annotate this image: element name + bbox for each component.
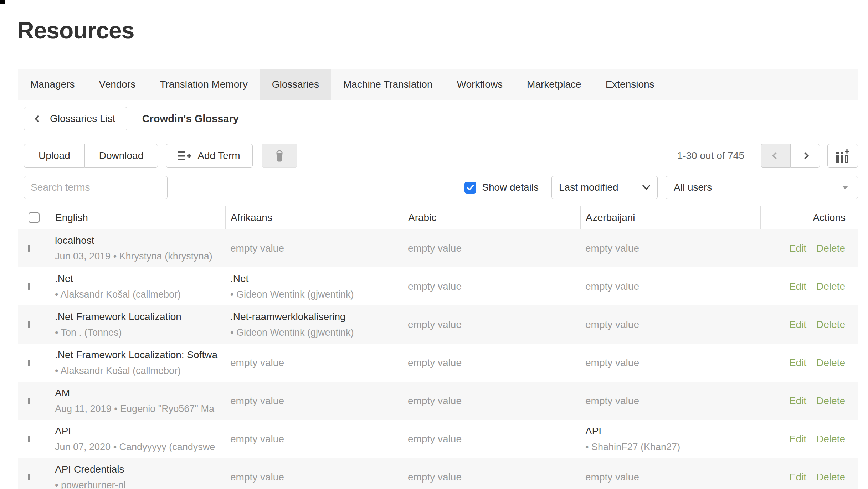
edit-link[interactable]: Edit xyxy=(789,433,806,445)
pagination-controls xyxy=(761,144,820,168)
row-checkbox[interactable] xyxy=(28,360,30,366)
row-select-cell xyxy=(18,474,50,480)
prev-page-button[interactable] xyxy=(761,144,790,168)
actions-cell: EditDelete xyxy=(760,243,858,254)
tab-translation-memory[interactable]: Translation Memory xyxy=(148,69,260,100)
select-all-header-cell xyxy=(18,206,50,229)
delete-link[interactable]: Delete xyxy=(816,357,845,369)
delete-link[interactable]: Delete xyxy=(816,319,845,330)
search-input[interactable] xyxy=(24,176,168,199)
download-button[interactable]: Download xyxy=(84,144,158,168)
upload-button[interactable]: Upload xyxy=(24,144,84,168)
table-row: localhostJun 03, 2019 • Khrystyna (khrys… xyxy=(18,229,858,267)
edit-link[interactable]: Edit xyxy=(789,472,806,483)
glossaries-list-back-button[interactable]: Glossaries List xyxy=(24,107,127,130)
tab-managers[interactable]: Managers xyxy=(18,69,87,100)
term-text: AM xyxy=(55,387,220,399)
arabic-cell: empty value xyxy=(403,243,580,254)
users-filter-select[interactable]: All users xyxy=(666,176,858,199)
table-row: API Credentials• powerburner-nlempty val… xyxy=(18,458,858,489)
edit-link[interactable]: Edit xyxy=(789,319,806,330)
term-text: .Net-raamwerklokalisering xyxy=(230,311,398,323)
show-details-label: Show details xyxy=(482,182,539,193)
tab-workflows[interactable]: Workflows xyxy=(445,69,515,100)
arabic-cell: empty value xyxy=(403,472,580,483)
empty-value: empty value xyxy=(408,243,462,254)
empty-value: empty value xyxy=(408,281,462,292)
afrikaans-cell: .Net-raamwerklokalisering• Gideon Wentin… xyxy=(225,311,403,338)
term-text: .Net Framework Localization xyxy=(55,311,220,323)
azerbaijani-cell: empty value xyxy=(580,357,760,369)
empty-value: empty value xyxy=(230,433,284,444)
sort-select-value: Last modified xyxy=(559,182,618,193)
delete-link[interactable]: Delete xyxy=(816,281,845,292)
add-column-icon xyxy=(836,149,850,163)
table-body: localhostJun 03, 2019 • Khrystyna (khrys… xyxy=(18,229,858,489)
term-meta: • Gideon Wentink (gjwentink) xyxy=(230,327,398,338)
term-entry: .Net Framework Localization: Softwa• Ala… xyxy=(55,349,220,376)
row-checkbox[interactable] xyxy=(28,436,30,442)
term-entry: APIJun 07, 2020 • Candyyyyy (candyswe xyxy=(55,426,220,453)
toolbar: Upload Download Add Term 1-30 out of 745 xyxy=(18,144,858,168)
add-term-button[interactable]: Add Term xyxy=(166,144,252,168)
empty-value: empty value xyxy=(585,281,639,292)
row-checkbox[interactable] xyxy=(28,283,30,290)
row-checkbox[interactable] xyxy=(28,321,30,328)
edit-link[interactable]: Edit xyxy=(789,395,806,407)
column-header-azerbaijani: Azerbaijani xyxy=(581,206,761,229)
delete-link[interactable]: Delete xyxy=(816,472,845,483)
term-meta: • powerburner-nl xyxy=(55,480,220,489)
tab-extensions[interactable]: Extensions xyxy=(594,69,667,100)
term-meta: • Gideon Wentink (gjwentink) xyxy=(230,289,398,300)
checkmark-icon xyxy=(467,185,474,191)
row-select-cell xyxy=(18,360,50,366)
delete-link[interactable]: Delete xyxy=(816,395,845,407)
english-cell: .Net Framework Localization• Ton . (Tonn… xyxy=(50,311,225,338)
row-checkbox[interactable] xyxy=(28,398,30,404)
show-details-checkbox[interactable] xyxy=(464,182,476,194)
arabic-cell: empty value xyxy=(403,433,580,445)
delete-link[interactable]: Delete xyxy=(816,243,845,254)
column-header-afrikaans: Afrikaans xyxy=(226,206,403,229)
edit-link[interactable]: Edit xyxy=(789,243,806,254)
column-header-arabic: Arabic xyxy=(403,206,581,229)
actions-cell: EditDelete xyxy=(760,281,858,292)
tab-glossaries[interactable]: Glossaries xyxy=(260,69,331,100)
tab-marketplace[interactable]: Marketplace xyxy=(515,69,594,100)
actions-cell: EditDelete xyxy=(760,357,858,369)
select-all-checkbox[interactable] xyxy=(29,212,40,223)
term-text: .Net Framework Localization: Softwa xyxy=(55,349,220,361)
english-cell: API Credentials• powerburner-nl xyxy=(50,464,225,489)
row-checkbox[interactable] xyxy=(28,474,30,480)
caret-down-icon xyxy=(842,186,848,189)
term-meta: • Alaksandr Košal (callmebor) xyxy=(55,365,220,376)
manage-columns-button[interactable] xyxy=(827,144,858,168)
term-entry: .Net Framework Localization• Ton . (Tonn… xyxy=(55,311,220,338)
empty-value: empty value xyxy=(230,395,284,406)
term-text: API xyxy=(585,426,755,437)
delete-selected-button[interactable] xyxy=(262,144,297,168)
trash-icon xyxy=(274,149,285,162)
azerbaijani-cell: empty value xyxy=(580,281,760,292)
edit-link[interactable]: Edit xyxy=(789,281,806,292)
term-text: .Net xyxy=(55,273,220,284)
tab-vendors[interactable]: Vendors xyxy=(87,69,148,100)
afrikaans-cell: empty value xyxy=(225,243,403,254)
azerbaijani-cell: empty value xyxy=(580,243,760,254)
sort-select[interactable]: Last modified xyxy=(551,176,658,199)
edit-link[interactable]: Edit xyxy=(789,357,806,369)
row-checkbox[interactable] xyxy=(28,245,30,252)
table-row: AMAug 11, 2019 • Eugenio "Ryo567" Maempt… xyxy=(18,382,858,420)
screenshot-artifact xyxy=(0,0,5,4)
term-meta: • Alaksandr Košal (callmebor) xyxy=(55,289,220,300)
next-page-button[interactable] xyxy=(790,144,820,168)
row-select-cell xyxy=(18,436,50,442)
delete-link[interactable]: Delete xyxy=(816,433,845,445)
table-row: .Net Framework Localization: Softwa• Ala… xyxy=(18,344,858,382)
afrikaans-cell: empty value xyxy=(225,433,403,445)
tab-machine-translation[interactable]: Machine Translation xyxy=(331,69,445,100)
empty-value: empty value xyxy=(230,243,284,254)
row-select-cell xyxy=(18,245,50,252)
pagination-range: 1-30 out of 745 xyxy=(677,150,744,161)
show-details-toggle[interactable]: Show details xyxy=(464,182,539,194)
